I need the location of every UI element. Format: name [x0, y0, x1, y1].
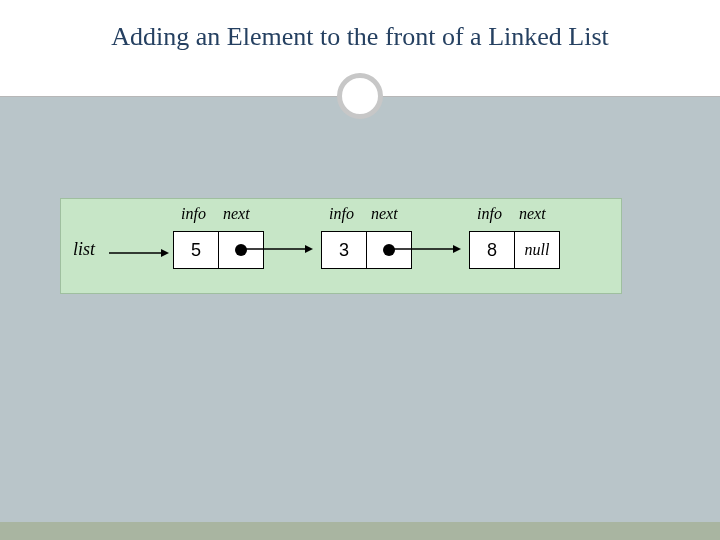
arrow-icon — [241, 244, 313, 254]
body-area — [0, 97, 720, 522]
svg-marker-1 — [161, 249, 169, 257]
node: 8 null — [469, 231, 560, 269]
slide: Adding an Element to the front of a Link… — [0, 0, 720, 540]
footer-bar — [0, 522, 720, 540]
node-info-cell: 8 — [470, 232, 514, 268]
svg-marker-5 — [453, 245, 461, 253]
linked-list-diagram: list info next 5 info next 3 info next — [60, 198, 622, 294]
node-info-cell: 5 — [174, 232, 218, 268]
next-label: next — [371, 205, 398, 223]
info-label: info — [329, 205, 354, 223]
list-pointer-label: list — [73, 239, 95, 260]
svg-marker-3 — [305, 245, 313, 253]
arrow-icon — [389, 244, 461, 254]
info-label: info — [477, 205, 502, 223]
next-label: next — [519, 205, 546, 223]
info-label: info — [181, 205, 206, 223]
slide-title: Adding an Element to the front of a Link… — [0, 0, 720, 52]
node-next-cell: null — [514, 232, 559, 268]
ring-ornament-icon — [337, 73, 383, 119]
node-info-cell: 3 — [322, 232, 366, 268]
next-label: next — [223, 205, 250, 223]
arrow-icon — [109, 248, 169, 258]
